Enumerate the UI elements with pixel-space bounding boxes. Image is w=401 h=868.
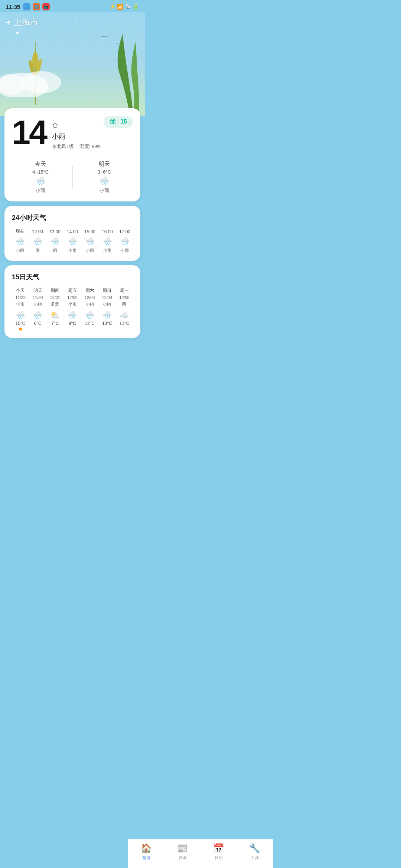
daily-weekday: 今天 [16, 287, 25, 294]
signal-icon: 📡 [125, 4, 131, 10]
daily-condition-text: 小雨 [34, 301, 42, 307]
bird-app-icon: 🐦 [23, 3, 30, 10]
hourly-time: 12:00 [32, 229, 43, 234]
weather-detail-right: ○ 小雨 东北风1级 湿度: 99% [46, 116, 104, 150]
hourly-weather-icon: 🌧️ [33, 237, 42, 246]
daily-item: 周四 12/01 多云 ⛅ 7°C [46, 287, 63, 331]
today-dot [19, 328, 22, 331]
today-weather-icon: 🌧️ [36, 176, 46, 186]
hourly-item: 14:00 🌧️ 小雨 [64, 229, 81, 253]
wind-info: 东北风1级 [52, 144, 74, 149]
condition-circle-icon: ○ [52, 119, 104, 131]
city-indicator-dot [16, 32, 19, 34]
temperature-value: 14 [12, 114, 46, 151]
today-label: 今天 [35, 161, 46, 168]
daily-date: 12/01 [50, 295, 61, 300]
daily-weekday: 周四 [50, 287, 59, 294]
daily-date: 11/29 [15, 295, 26, 300]
daily-weekday: 周六 [85, 287, 94, 294]
birds-decoration: 〜〜 [100, 34, 108, 39]
hourly-condition: 雨 [53, 248, 57, 253]
hourly-weather-icon: 🌧️ [50, 237, 60, 246]
daily-date: 12/05 [119, 295, 130, 300]
svg-point-9 [20, 71, 61, 93]
weather-condition: 小雨 [52, 132, 104, 141]
hourly-condition: 小雨 [121, 248, 129, 253]
daily-temp: 15°C [16, 321, 26, 326]
daily-weekday: 周五 [68, 287, 77, 294]
screen-app-icon: 📺 [42, 3, 50, 10]
hourly-weather-icon: 🌧️ [120, 237, 130, 246]
hourly-item: 15:00 🌧️ 小雨 [82, 229, 98, 253]
battery-icon: 🔋 [133, 4, 139, 10]
hourly-time: 17:00 [119, 229, 130, 234]
daily-condition-text: 阴 [122, 301, 126, 307]
aqi-badge: 优 15 [104, 116, 133, 128]
tomorrow-weather-icon: 🌧️ [99, 176, 109, 186]
hourly-time: 14:00 [67, 229, 78, 234]
daily-condition-text: 小雨 [86, 301, 94, 307]
daily-weather-icon: 🌧️ [16, 310, 25, 319]
humidity-info: 湿度: 99% [79, 144, 101, 149]
daily-temp: 8°C [69, 321, 76, 326]
daily-weekday: 周日 [102, 287, 111, 294]
aqi-label: 优 [110, 118, 115, 125]
daily-item: 周五 12/02 小雨 🌧️ 8°C [64, 287, 81, 331]
hourly-section-title: 24小时天气 [12, 213, 133, 222]
current-weather-card: 14 ○ 小雨 东北风1级 湿度: 99% 优 15 今天 4~15°C [4, 108, 140, 201]
tomorrow-label: 明天 [99, 161, 110, 168]
temperature-display: 14 [12, 116, 46, 149]
daily-temp: 11°C [120, 321, 130, 326]
forecast-divider [72, 166, 73, 188]
city-name: 上海市 [14, 17, 38, 28]
daily-weather-icon: ⛅ [50, 310, 60, 319]
daily-weather-icon: 🌧️ [102, 310, 112, 319]
birds-decoration-2: 〜 [116, 42, 119, 46]
add-city-button[interactable]: + [6, 18, 11, 27]
hourly-weather-icon: 🌧️ [16, 237, 25, 246]
hourly-row: 现在 🌧️ 小雨 12:00 🌧️ 雨 13:00 🌧️ 雨 14:00 🌧️ … [12, 228, 133, 253]
hourly-time: 15:00 [84, 229, 95, 234]
hourly-item: 现在 🌧️ 小雨 [12, 228, 28, 253]
hourly-weather-icon: 🌧️ [68, 237, 77, 246]
city-header[interactable]: + 上海市 [6, 17, 38, 28]
daily-condition-text: 中雨 [16, 301, 25, 307]
daily-item: 周一 12/05 阴 ☁️ 11°C [116, 287, 133, 331]
hourly-condition: 小雨 [86, 248, 94, 253]
today-forecast: 今天 4~15°C 🌧️ 小雨 [12, 161, 69, 194]
today-tomorrow-row: 今天 4~15°C 🌧️ 小雨 明天 3~6°C 🌧️ 小雨 [12, 156, 133, 194]
hourly-item: 17:00 🌧️ 小雨 [117, 229, 133, 253]
hourly-time: 13:00 [49, 229, 61, 234]
today-condition: 小雨 [36, 187, 45, 194]
daily-weekday: 周一 [120, 287, 129, 294]
weather-meta: 东北风1级 湿度: 99% [52, 143, 104, 150]
daily-weather-icon: ☁️ [120, 310, 129, 319]
bluetooth-icon: ⚡ [109, 4, 115, 10]
daily-date: 11/30 [33, 295, 43, 300]
daily-temp: 12°C [85, 321, 95, 326]
daily-weather-card: 15日天气 今天 11/29 中雨 🌧️ 15°C 明天 11/30 小雨 🌧️… [4, 265, 140, 338]
tomorrow-condition: 小雨 [100, 187, 109, 194]
daily-temp: 13°C [102, 321, 112, 326]
hourly-item: 16:00 🌧️ 小雨 [99, 229, 115, 253]
cloud-background [0, 60, 67, 97]
daily-weather-icon: 🌧️ [33, 310, 42, 319]
hourly-weather-card: 24小时天气 现在 🌧️ 小雨 12:00 🌧️ 雨 13:00 🌧️ 雨 14… [4, 206, 140, 261]
hourly-item: 13:00 🌧️ 雨 [47, 229, 63, 253]
daily-date: 12/03 [85, 295, 95, 300]
hourly-condition: 小雨 [68, 248, 76, 253]
wifi-icon: 📶 [117, 4, 123, 10]
current-weather-top: 14 ○ 小雨 东北风1级 湿度: 99% 优 15 [12, 116, 133, 150]
daily-condition-text: 小雨 [68, 301, 76, 307]
daily-condition-text: 多云 [51, 301, 59, 307]
today-temp: 4~15°C [32, 169, 49, 175]
daily-item: 周日 12/04 小雨 🌧️ 13°C [98, 287, 115, 331]
daily-item: 明天 11/30 小雨 🌧️ 6°C [29, 287, 46, 331]
daily-date: 12/02 [67, 295, 78, 300]
status-icons-right: ⚡ 📶 📡 🔋 [109, 4, 139, 10]
tomorrow-forecast: 明天 3~6°C 🌧️ 小雨 [76, 161, 133, 194]
daily-temp: 7°C [51, 321, 59, 326]
hourly-condition: 小雨 [16, 248, 24, 253]
grass-illustration [104, 27, 141, 116]
hourly-time: 16:00 [102, 229, 113, 234]
